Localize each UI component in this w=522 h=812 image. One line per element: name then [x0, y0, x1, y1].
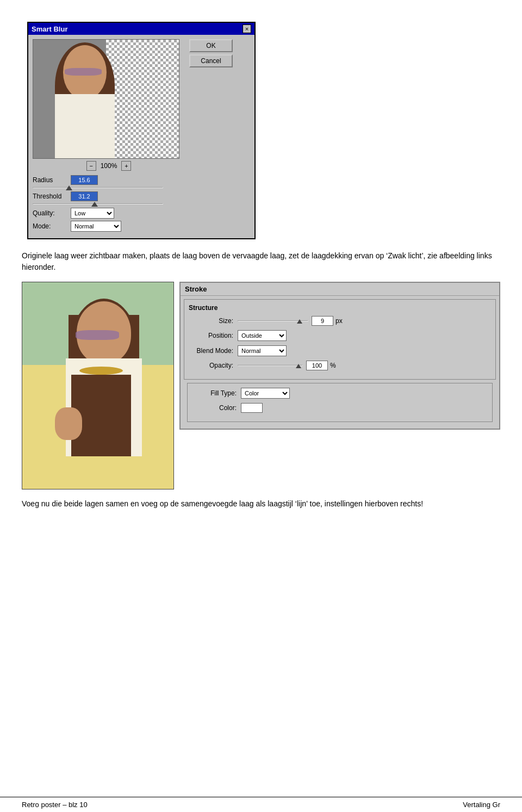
photo-necklace	[79, 367, 123, 375]
preview-image	[33, 40, 121, 158]
threshold-input[interactable]	[71, 191, 98, 201]
threshold-slider-thumb[interactable]	[91, 202, 98, 207]
stroke-position-select[interactable]: Outside Inside Center	[238, 330, 287, 341]
smart-blur-dialog: Smart Blur ×	[27, 22, 256, 239]
page-footer: Retro poster – blz 10 Vertaling Gr	[0, 797, 522, 812]
fill-type-section: Fill Type: Color Gradient Pattern Color:	[181, 383, 499, 429]
dialog-left-panel: − 100% + Radius Threshol	[33, 39, 185, 234]
stroke-size-slider[interactable]	[238, 320, 308, 321]
stroke-size-thumb[interactable]	[297, 319, 302, 324]
page-content: Smart Blur ×	[0, 0, 522, 548]
stroke-opacity-label: Opacity:	[189, 362, 238, 369]
girl-figure	[39, 299, 147, 489]
stroke-size-input[interactable]	[312, 316, 333, 326]
stroke-position-row: Position: Outside Inside Center	[189, 330, 491, 341]
photo-container	[22, 282, 174, 489]
stroke-title: Stroke	[185, 285, 207, 293]
threshold-label: Threshold	[33, 193, 71, 200]
mode-row: Mode: Normal Edge Only Overlay Edge	[33, 221, 185, 232]
ok-button[interactable]: OK	[189, 39, 233, 52]
zoom-controls: − 100% +	[33, 161, 185, 171]
threshold-row: Threshold	[33, 191, 185, 201]
stroke-blend-label: Blend Mode:	[189, 347, 238, 355]
sunglasses	[65, 68, 102, 76]
quality-row: Quality: Low Medium High	[33, 208, 185, 219]
stroke-color-swatch[interactable]	[241, 403, 263, 413]
stroke-opacity-input[interactable]	[306, 361, 328, 370]
stroke-opacity-row: Opacity: %	[189, 361, 491, 370]
mode-select[interactable]: Normal Edge Only Overlay Edge	[71, 221, 121, 232]
threshold-slider[interactable]	[33, 203, 163, 204]
stroke-color-label: Color:	[192, 404, 241, 412]
stroke-color-row: Color:	[192, 403, 488, 413]
dialog-title: Smart Blur	[32, 25, 67, 33]
quality-label: Quality:	[33, 209, 71, 217]
stroke-size-row: Size: px	[189, 316, 491, 326]
stroke-fill-select[interactable]: Color Gradient Pattern	[241, 388, 290, 399]
stroke-fill-row: Fill Type: Color Gradient Pattern	[192, 388, 488, 399]
stroke-titlebar: Stroke	[181, 283, 499, 296]
retro-photo	[22, 282, 173, 489]
dialog-body: − 100% + Radius Threshol	[28, 35, 254, 238]
stroke-blend-row: Blend Mode: Normal Multiply	[189, 345, 491, 356]
quality-select[interactable]: Low Medium High	[71, 208, 114, 219]
radius-slider[interactable]	[33, 187, 163, 188]
stroke-size-label: Size:	[189, 317, 238, 325]
stroke-dialog: Stroke Structure Size: px Position:	[179, 282, 500, 430]
second-row: Stroke Structure Size: px Position:	[22, 282, 500, 489]
description-text-1: Originele laag weer zichtbaar maken, pla…	[22, 250, 500, 273]
photo-girl-hand	[55, 407, 82, 440]
stroke-position-label: Position:	[189, 332, 238, 339]
stroke-opacity-slider[interactable]	[238, 365, 303, 366]
stroke-fill-section: Fill Type: Color Gradient Pattern Color:	[187, 383, 493, 422]
dialog-right-panel: OK Cancel	[189, 39, 244, 234]
zoom-minus-button[interactable]: −	[86, 161, 96, 171]
footer-left: Retro poster – blz 10	[22, 801, 88, 809]
cancel-button[interactable]: Cancel	[189, 54, 233, 67]
radius-input[interactable]	[71, 175, 98, 185]
close-button[interactable]: ×	[243, 24, 251, 33]
girl-body	[55, 94, 115, 159]
mode-label: Mode:	[33, 222, 71, 230]
stroke-fill-label: Fill Type:	[192, 389, 241, 397]
description-text-2: Voeg nu die beide lagen samen en voeg op…	[22, 498, 500, 510]
photo-sunglasses	[76, 330, 119, 340]
stroke-opacity-unit: %	[330, 362, 336, 369]
stroke-structure-section: Structure Size: px Position: Outside Ins…	[184, 299, 496, 380]
footer-right: Vertaling Gr	[463, 801, 500, 809]
preview-area	[33, 39, 179, 159]
dialog-titlebar: Smart Blur ×	[28, 23, 254, 35]
radius-label: Radius	[33, 176, 71, 184]
radius-slider-thumb[interactable]	[66, 185, 72, 190]
radius-row: Radius	[33, 175, 185, 185]
stroke-size-unit: px	[335, 317, 343, 325]
dialog-params: Radius Threshold	[33, 175, 185, 232]
stroke-opacity-thumb[interactable]	[296, 364, 301, 368]
stroke-structure-label: Structure	[189, 304, 491, 312]
zoom-percent-label: 100%	[101, 162, 117, 170]
zoom-plus-button[interactable]: +	[121, 161, 131, 171]
stroke-blend-select[interactable]: Normal Multiply	[238, 345, 287, 356]
